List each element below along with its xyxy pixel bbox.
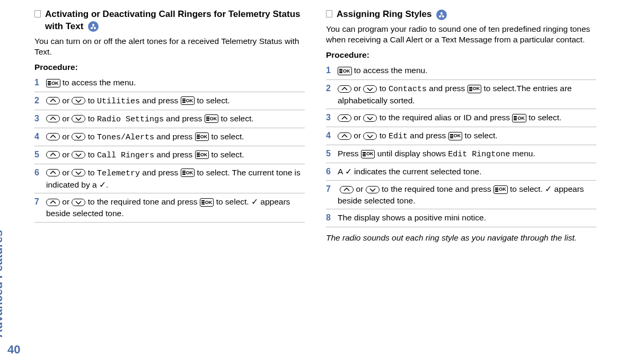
- page-number: 40: [7, 343, 20, 357]
- ok-key-icon: OK: [205, 114, 219, 123]
- down-key-icon: [363, 132, 377, 140]
- down-key-icon: [72, 97, 85, 104]
- down-key-icon: [363, 85, 377, 93]
- step-body: or to Contacts and press OK to select.Th…: [338, 83, 596, 106]
- down-key-icon: [72, 133, 85, 140]
- step-number: 5: [326, 148, 338, 159]
- right-step-6: 6 A ✓ indicates the current selected ton…: [326, 163, 596, 181]
- step-body: or to the required alias or ID and press…: [338, 112, 596, 123]
- menu-text: Edit Ringtone: [448, 150, 510, 159]
- right-step-5: 5 Press OK until display shows Edit Ring…: [326, 145, 596, 163]
- right-step-2: 2 or to Contacts and press OK to select.…: [326, 80, 596, 110]
- right-steps: 1 OK to access the menu. 2 or to Contact…: [326, 62, 596, 227]
- page: Advanced Features 40 Activating or Deact…: [0, 0, 617, 364]
- menu-text: Utilities: [97, 97, 140, 106]
- left-steps: 1 OK to access the menu. 2 or to Utiliti…: [34, 74, 305, 222]
- menu-text: Edit: [389, 132, 408, 141]
- menu-text: Telemetry: [97, 169, 140, 178]
- right-step-1: 1 OK to access the menu.: [326, 62, 596, 79]
- down-key-icon: [363, 114, 377, 122]
- left-section-heading: Activating or Deactivating Call Ringers …: [34, 8, 305, 33]
- down-key-icon: [72, 169, 85, 176]
- right-section-heading: Assigning Ring Styles: [326, 8, 596, 21]
- left-procedure-label: Procedure:: [34, 63, 305, 72]
- right-procedure-label: Procedure:: [326, 50, 596, 60]
- menu-text: Contacts: [389, 85, 427, 94]
- step-number: 1: [326, 65, 338, 76]
- step-body: or to Utilities and press OK to select.: [46, 95, 305, 107]
- document-bullet-icon: [34, 10, 41, 17]
- down-key-icon: [72, 199, 85, 206]
- step-body: Press OK until display shows Edit Ringto…: [338, 148, 596, 160]
- ok-key-icon: OK: [448, 132, 463, 140]
- right-step-3: 3 or to the required alias or ID and pre…: [326, 109, 596, 127]
- up-key-icon: [340, 186, 354, 193]
- left-step-7: 7 or to the required tone and press OK t…: [34, 193, 305, 222]
- left-step-3: 3 or to Radio Settings and press OK to s…: [34, 110, 305, 128]
- step-number: 8: [326, 212, 338, 224]
- step-number: 2: [326, 83, 338, 94]
- ok-key-icon: OK: [181, 96, 195, 105]
- step-body: or to Telemetry and press OK to select. …: [46, 167, 305, 191]
- ok-key-icon: OK: [468, 85, 482, 93]
- ok-key-icon: OK: [195, 132, 209, 141]
- right-intro: You can program your radio to sound one …: [326, 24, 596, 45]
- step-body: or to Radio Settings and press OK to sel…: [46, 113, 305, 125]
- left-step-1: 1 OK to access the menu.: [34, 74, 305, 92]
- up-key-icon: [46, 133, 60, 140]
- right-step-7: 7 or to the required tone and press OK t…: [326, 181, 596, 209]
- down-key-icon: [72, 151, 85, 158]
- menu-text: Tones/Alerts: [97, 133, 154, 142]
- step-number: 1: [34, 77, 46, 88]
- step-number: 6: [34, 167, 46, 179]
- ok-key-icon: OK: [181, 168, 195, 177]
- step-number: 2: [34, 95, 46, 106]
- step-body: OK to access the menu.: [338, 65, 596, 76]
- right-column: Assigning Ring Styles You can program yo…: [326, 5, 596, 243]
- ok-key-icon: OK: [512, 114, 526, 122]
- step-number: 3: [34, 113, 46, 125]
- down-key-icon: [72, 115, 85, 122]
- step-number: 4: [34, 131, 46, 143]
- ok-key-icon: OK: [338, 67, 352, 75]
- up-key-icon: [46, 199, 60, 206]
- left-step-2: 2 or to Utilities and press OK to select…: [34, 92, 305, 110]
- side-tab-label: Advanced Features: [0, 230, 5, 338]
- menu-text: Call Ringers: [97, 151, 154, 160]
- step-body: A ✓ indicates the current selected tone.: [338, 166, 596, 177]
- up-key-icon: [338, 85, 351, 93]
- step-body: or to Call Ringers and press OK to selec…: [46, 149, 305, 161]
- left-step-6: 6 or to Telemetry and press OK to select…: [34, 164, 305, 194]
- left-heading-text: Activating or Deactivating Call Ringers …: [45, 9, 300, 31]
- step-body: The display shows a positive mini notice…: [338, 212, 596, 224]
- up-key-icon: [338, 132, 351, 140]
- up-key-icon: [46, 97, 60, 104]
- network-icon: [88, 21, 99, 32]
- network-icon: [436, 10, 447, 20]
- step-body: OK to access the menu.: [46, 77, 305, 88]
- step-number: 3: [326, 112, 338, 123]
- menu-text: Radio Settings: [97, 115, 164, 124]
- up-key-icon: [46, 115, 60, 122]
- step-number: 6: [326, 166, 338, 177]
- ok-key-icon: OK: [195, 150, 209, 159]
- right-step-4: 4 or to Edit and press OK to select.: [326, 127, 596, 145]
- step-body: or to the required tone and press OK to …: [46, 196, 305, 219]
- right-heading-text: Assigning Ring Styles: [337, 9, 431, 19]
- step-body: or to Edit and press OK to select.: [338, 130, 596, 142]
- right-step-8: 8 The display shows a positive mini noti…: [326, 209, 596, 227]
- step-number: 7: [34, 196, 46, 208]
- left-step-5: 5 or to Call Ringers and press OK to sel…: [34, 146, 305, 164]
- down-key-icon: [366, 186, 380, 193]
- up-key-icon: [46, 169, 60, 176]
- step-number: 5: [34, 149, 46, 161]
- document-bullet-icon: [326, 10, 332, 17]
- left-step-4: 4 or to Tones/Alerts and press OK to sel…: [34, 128, 305, 146]
- two-column-layout: Activating or Deactivating Call Ringers …: [34, 5, 606, 243]
- up-key-icon: [46, 151, 60, 158]
- step-body: or to Tones/Alerts and press OK to selec…: [46, 131, 305, 143]
- step-number: 7: [326, 183, 338, 195]
- left-intro: You can turn on or off the alert tones f…: [34, 36, 305, 57]
- ok-key-icon: OK: [493, 185, 508, 194]
- up-key-icon: [338, 114, 351, 122]
